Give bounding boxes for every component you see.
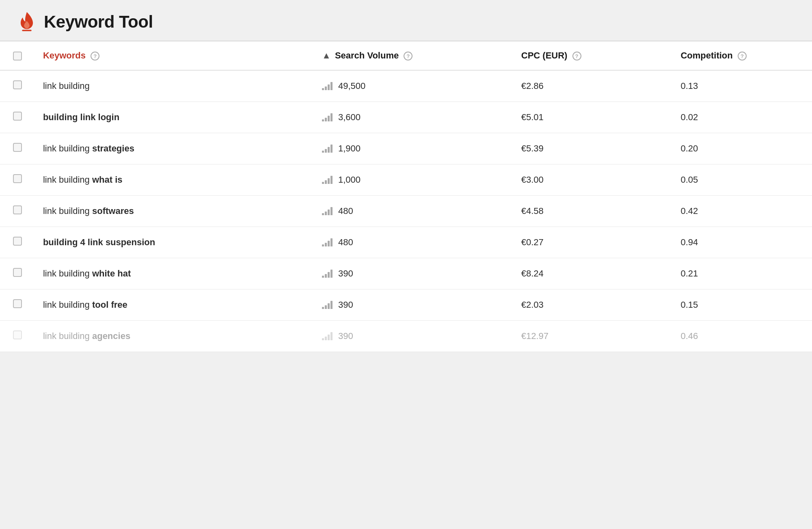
keyword-bold-text: softwares <box>92 206 134 216</box>
cpc-value: €0.27 <box>521 237 544 247</box>
cpc-cell: €5.01 <box>513 102 673 133</box>
row-checkbox[interactable] <box>13 268 22 277</box>
cpc-cell: €8.24 <box>513 258 673 289</box>
competition-cell: 0.42 <box>672 196 812 227</box>
search-volume-value: 1,000 <box>338 175 361 185</box>
search-volume-value: 49,500 <box>338 81 365 91</box>
row-checkbox-cell <box>0 258 35 289</box>
row-checkbox[interactable] <box>13 237 22 246</box>
bar-3 <box>328 272 330 278</box>
competition-cell: 0.13 <box>672 70 812 102</box>
bar-1 <box>322 151 324 153</box>
cpc-value: €5.01 <box>521 112 544 122</box>
table-row: building link login 3,600 €5.010.02 <box>0 102 812 133</box>
competition-help-icon[interactable]: ? <box>738 52 747 60</box>
bar-3 <box>328 178 330 184</box>
competition-cell: 0.20 <box>672 133 812 164</box>
keyword-bold-text: agencies <box>92 331 130 341</box>
cpc-value: €3.00 <box>521 175 544 185</box>
table-row: link building softwares 480 €4.580.42 <box>0 196 812 227</box>
cpc-help-icon[interactable]: ? <box>572 52 581 60</box>
cpc-cell: €12.97 <box>513 321 673 352</box>
table-row: link building tool free 390 €2.030.15 <box>0 289 812 321</box>
table-header-row: Keywords ? ▲ Search Volume ? CPC (EUR) ?… <box>0 41 812 70</box>
keyword-bold-text: tool free <box>92 300 127 310</box>
table-row: link building strategies 1,900 €5.390.20 <box>0 133 812 164</box>
keyword-bold-text: what is <box>92 175 123 185</box>
bar-chart-icon <box>322 332 333 340</box>
cpc-value: €8.24 <box>521 268 544 279</box>
bar-2 <box>325 243 327 246</box>
bar-2 <box>325 149 327 153</box>
row-checkbox-cell <box>0 196 35 227</box>
keyword-bold-text: building link login <box>43 112 119 122</box>
bar-4 <box>330 176 333 184</box>
bar-2 <box>325 212 327 215</box>
keywords-help-icon[interactable]: ? <box>91 52 99 60</box>
search-volume-value: 390 <box>338 268 353 279</box>
row-checkbox-cell <box>0 321 35 352</box>
cpc-cell: €3.00 <box>513 164 673 196</box>
search-volume-cell: 1,000 <box>314 164 513 196</box>
table-row: link building white hat 390 €8.240.21 <box>0 258 812 289</box>
keywords-table: Keywords ? ▲ Search Volume ? CPC (EUR) ?… <box>0 41 812 352</box>
search-volume-label: Search Volume <box>335 50 399 60</box>
search-volume-value: 3,600 <box>338 112 361 123</box>
page-title: Keyword Tool <box>44 12 153 32</box>
row-checkbox[interactable] <box>13 174 22 183</box>
keyword-plain-text: link building <box>43 143 92 153</box>
bar-1 <box>322 276 324 278</box>
bar-chart-icon <box>322 270 333 278</box>
keyword-cell: link building strategies <box>35 133 314 164</box>
row-checkbox-cell <box>0 70 35 102</box>
keyword-plain-text: link building <box>43 81 90 91</box>
search-volume-help-icon[interactable]: ? <box>404 52 412 60</box>
competition-value: 0.46 <box>680 331 698 341</box>
keyword-cell: link building tool free <box>35 289 314 321</box>
keyword-bold-text: building 4 link suspension <box>43 237 155 247</box>
keyword-plain-text: link building <box>43 300 92 310</box>
cpc-cell: €0.27 <box>513 227 673 258</box>
search-volume-column-header[interactable]: ▲ Search Volume ? <box>314 41 513 70</box>
row-checkbox-cell <box>0 133 35 164</box>
bar-1 <box>322 182 324 184</box>
keyword-cell: link building <box>35 70 314 102</box>
bar-4 <box>330 207 333 215</box>
bar-3 <box>328 116 330 121</box>
row-checkbox[interactable] <box>13 330 22 339</box>
search-volume-value: 1,900 <box>338 143 361 154</box>
row-checkbox[interactable] <box>13 143 22 152</box>
competition-value: 0.21 <box>680 268 698 279</box>
competition-value: 0.05 <box>680 175 698 185</box>
search-volume-cell: 480 <box>314 196 513 227</box>
bar-3 <box>328 335 330 340</box>
bar-4 <box>330 238 333 246</box>
bar-4 <box>330 270 333 278</box>
competition-value: 0.02 <box>680 112 698 122</box>
bar-3 <box>328 241 330 246</box>
search-volume-value: 480 <box>338 206 353 216</box>
search-volume-cell: 1,900 <box>314 133 513 164</box>
select-all-checkbox[interactable] <box>13 52 22 60</box>
table-row: link building agencies 390 €12.970.46 <box>0 321 812 352</box>
bar-1 <box>322 338 324 340</box>
bar-chart-icon <box>322 176 333 184</box>
header: Keyword Tool <box>0 0 812 41</box>
bar-2 <box>325 118 327 121</box>
row-checkbox[interactable] <box>13 112 22 121</box>
bar-2 <box>325 180 327 184</box>
bar-chart-icon <box>322 145 333 153</box>
row-checkbox[interactable] <box>13 205 22 214</box>
competition-value: 0.94 <box>680 237 698 247</box>
bar-chart-icon <box>322 207 333 215</box>
competition-value: 0.20 <box>680 143 698 153</box>
keyword-plain-text: link building <box>43 268 92 279</box>
flame-logo-icon <box>16 11 37 32</box>
row-checkbox[interactable] <box>13 299 22 308</box>
table-row: building 4 link suspension 480 €0.270.94 <box>0 227 812 258</box>
keyword-cell: link building agencies <box>35 321 314 352</box>
keywords-column-header: Keywords ? <box>35 41 314 70</box>
competition-cell: 0.05 <box>672 164 812 196</box>
row-checkbox[interactable] <box>13 80 22 89</box>
keyword-cell: link building what is <box>35 164 314 196</box>
